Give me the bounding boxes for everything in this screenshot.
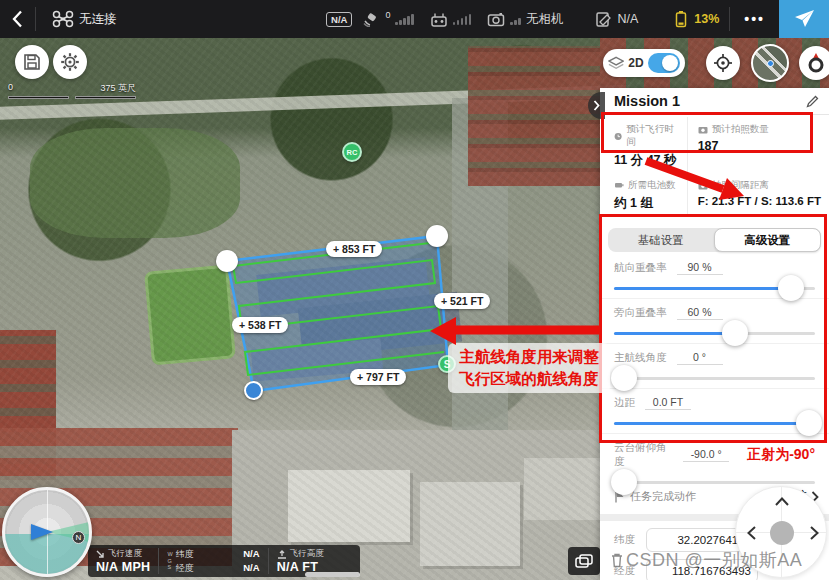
slider-row-front-overlap: 航向重叠率90 % — [600, 254, 829, 299]
top-status-bar: 无连接 N/A 0 无相机 N/A 13% ••• — [0, 0, 829, 38]
margin-slider[interactable] — [614, 422, 815, 425]
slider-row-margin: 边距0.0 FT — [600, 389, 829, 434]
gear-icon — [60, 52, 80, 72]
north-badge: N — [72, 531, 85, 544]
polygon-vertex-handle[interactable] — [426, 225, 448, 247]
battery-percent-value: 13% — [694, 12, 719, 26]
airplane-icon — [792, 7, 816, 31]
rc-battery-status[interactable]: N/A — [571, 11, 648, 28]
gimbal-pitch-slider[interactable] — [614, 481, 815, 484]
nudge-up-button[interactable] — [774, 493, 790, 509]
gps-mode-badge: N/A — [326, 12, 352, 27]
polygon-vertex-handle[interactable] — [216, 250, 238, 272]
scale-zero-label: 0 — [8, 82, 13, 95]
north-compass-icon — [805, 52, 827, 74]
chevron-left-icon — [747, 526, 756, 540]
edit-pencil-icon[interactable] — [806, 95, 819, 108]
ellipsis-icon: ••• — [744, 11, 765, 27]
satellite-signal-bars — [395, 14, 414, 25]
settings-tabs: 基础设置 高级设置 — [608, 228, 821, 252]
advanced-settings-sliders: 航向重叠率90 % 旁向重叠率60 % 主航线角度0 ° 边距0.0 FT 云台… — [600, 252, 829, 479]
map-mode-toggle[interactable]: 2D — [603, 49, 685, 77]
clock-icon — [614, 132, 622, 141]
nudge-left-button[interactable] — [743, 525, 759, 541]
margin-value[interactable]: 0.0 FT — [645, 396, 691, 410]
takeoff-button[interactable] — [779, 0, 829, 38]
save-mission-button[interactable] — [15, 45, 49, 79]
longitude-label: 经度 — [614, 564, 638, 578]
save-icon — [23, 53, 41, 71]
aircraft-heading-arrow — [31, 524, 53, 540]
compass-reset-button[interactable] — [799, 46, 829, 80]
polygon-vertex-handle-selected[interactable] — [244, 381, 263, 400]
slider-row-side-overlap: 旁向重叠率60 % — [600, 299, 829, 344]
front-overlap-value[interactable]: 90 % — [677, 261, 723, 275]
interval-icon — [698, 182, 708, 190]
mission-title: Mission 1 — [614, 93, 680, 109]
slider-row-course-angle: 主航线角度0 ° — [600, 344, 829, 389]
satellite-icon — [362, 11, 380, 27]
aircraft-battery-status[interactable]: 13% — [648, 10, 729, 28]
slider-handle[interactable] — [778, 275, 804, 301]
stat-flight-time: 预计飞行时间 11 分 47 秒 — [600, 117, 687, 173]
rc-signal-bars — [453, 14, 472, 25]
rc-status[interactable] — [422, 11, 480, 27]
map-scale-bar: 0375 英尺 — [8, 82, 136, 99]
wgs-label: WGS — [167, 548, 172, 574]
map-layers-button[interactable] — [568, 547, 600, 575]
side-overlap-slider[interactable] — [614, 332, 815, 335]
drone-icon — [52, 10, 74, 28]
telemetry-lat-value: N/A — [243, 548, 259, 561]
course-angle-slider[interactable] — [614, 377, 815, 380]
slider-row-gimbal-pitch: 云台俯仰角度-90.0 °正射为-90° — [600, 434, 829, 479]
edge-length-label-left: + 538 FT — [232, 317, 288, 333]
gps-coords-block: WGS 纬度N/A 经度N/A — [159, 545, 267, 577]
stat-battery-count: 所需电池数 约 1 组 — [600, 173, 687, 216]
rc-battery-icon — [595, 11, 612, 28]
rc-battery-value: N/A — [617, 12, 638, 26]
route-start-marker[interactable]: S — [438, 355, 456, 373]
speed-arrow-icon — [96, 550, 105, 559]
scale-distance-label: 375 英尺 — [100, 82, 136, 95]
chevron-right-icon — [593, 100, 600, 111]
nudge-center-button[interactable] — [770, 521, 794, 545]
tab-advanced-settings[interactable]: 高级设置 — [714, 228, 822, 252]
locate-button[interactable] — [706, 46, 740, 80]
slider-handle[interactable] — [611, 365, 637, 391]
camera-status[interactable]: 无相机 — [479, 11, 571, 28]
slider-handle[interactable] — [722, 320, 748, 346]
slider-handle[interactable] — [611, 469, 637, 495]
minimap-button[interactable] — [751, 44, 789, 82]
gimbal-pitch-value[interactable]: -90.0 ° — [683, 448, 729, 462]
position-nudge-dpad[interactable] — [735, 486, 827, 578]
back-button[interactable] — [0, 10, 35, 28]
gimbal-annotation-text: 正射为-90° — [747, 446, 815, 464]
connection-status-label: 无连接 — [79, 11, 117, 28]
front-overlap-slider[interactable] — [614, 287, 815, 290]
slider-handle[interactable] — [796, 410, 822, 436]
2d-switch[interactable] — [648, 53, 680, 73]
aircraft-status[interactable]: 无连接 — [36, 10, 127, 28]
nudge-right-button[interactable] — [806, 525, 822, 541]
map-mode-label: 2D — [628, 56, 643, 70]
edge-length-label-right: + 521 FT — [434, 293, 490, 309]
camera-icon — [487, 12, 505, 27]
longitude-input[interactable]: 118.716763493 — [646, 559, 758, 580]
chevron-right-icon — [810, 526, 819, 540]
telemetry-lng-value: N/A — [243, 562, 259, 575]
course-angle-value[interactable]: 0 ° — [677, 351, 723, 365]
crosshair-icon — [713, 53, 733, 73]
side-overlap-value[interactable]: 60 % — [677, 306, 723, 320]
latitude-label: 纬度 — [614, 533, 638, 547]
stacked-maps-icon — [575, 554, 593, 568]
satellite-status[interactable]: 0 — [352, 11, 422, 27]
map-settings-button[interactable] — [53, 45, 87, 79]
rc-location-marker: RC — [342, 142, 362, 162]
tab-basic-settings[interactable]: 基础设置 — [608, 228, 714, 252]
camera-signal-bars — [510, 14, 521, 25]
back-chevron-icon — [12, 10, 23, 28]
stat-photo-count: 预计拍照数量 187 — [687, 117, 829, 173]
camera-status-label: 无相机 — [526, 11, 564, 28]
photo-icon — [698, 126, 708, 134]
more-menu-button[interactable]: ••• — [730, 11, 779, 27]
